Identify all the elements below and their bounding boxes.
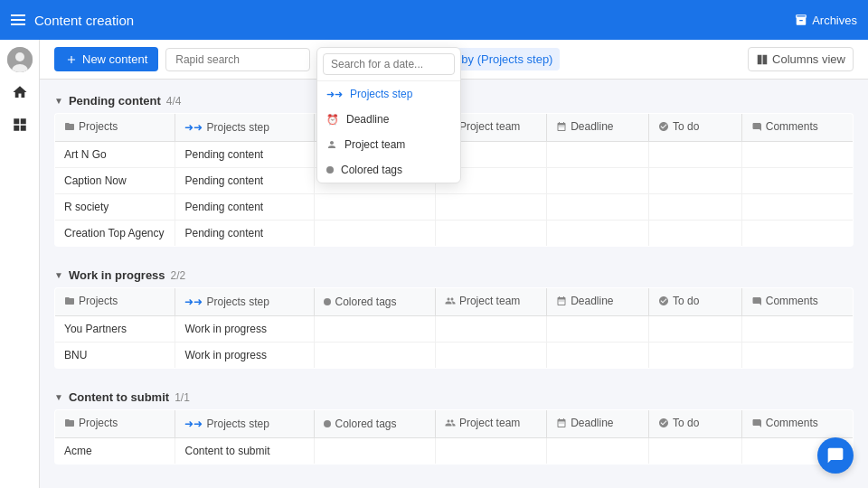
table-row: R society Pending content [55,194,854,221]
cell-project: Art N Go [55,142,175,168]
sidebar-grid-icon[interactable] [7,112,33,137]
cell-todo [649,168,742,194]
th-projects-2: Projects [55,288,175,316]
cell-deadline [547,438,649,465]
cell-project: Acme [55,438,175,465]
avatar[interactable] [7,47,33,72]
sidebar-home-icon[interactable] [7,80,33,105]
archives-button[interactable]: Archives [795,14,857,27]
cell-comments [741,316,853,343]
cell-todo [649,194,742,221]
th-step-3: ➜➜ Projects step [175,410,315,438]
th-tags-2: Colored tags [315,288,435,316]
dropdown-item-colored-tags[interactable]: Colored tags [317,157,460,183]
dropdown-item-projects-step[interactable]: ➜➜ Projects step [317,81,460,107]
th-todo-1: To do [649,114,742,142]
group-by-dropdown: ➜➜ Projects step ⏰ Deadline Project team… [316,47,461,183]
chevron-down-icon: ▼ [54,270,63,280]
svg-point-1 [15,52,24,61]
th-projects-1: Projects [55,114,175,142]
cell-deadline [547,343,649,369]
cell-project: R society [55,194,175,221]
cell-step: Pending content [175,168,315,194]
cell-team [435,194,546,221]
sidebar [0,40,40,488]
th-team-2: Project team [435,288,546,316]
cell-todo [649,438,742,465]
cell-deadline [547,221,649,247]
cell-deadline [547,168,649,194]
cell-team [435,438,546,465]
cell-project: Caption Now [55,168,175,194]
th-projects-3: Projects [55,410,175,438]
cell-tags [315,438,435,465]
cell-tags [315,343,435,369]
table-submit: Projects ➜➜ Projects step Colored tags P… [54,409,854,465]
cell-comments [741,168,853,194]
cell-deadline [547,316,649,343]
cell-step: Work in progress [175,343,315,369]
cell-tags [315,316,435,343]
table-row: You Partners Work in progress [55,316,854,343]
cell-step: Content to submit [175,438,315,465]
cell-comments [741,194,853,221]
section-count-pending: 4/4 [166,95,182,108]
cell-team [435,316,546,343]
cell-project: BNU [55,343,175,369]
section-header-submit[interactable]: ▼ Content to submit 1/1 [54,383,854,409]
hamburger-menu[interactable] [11,14,25,25]
cell-team [435,221,546,247]
th-comments-2: Comments [741,288,853,316]
table-row: BNU Work in progress [55,343,854,369]
th-step-2: ➜➜ Projects step [175,288,315,316]
th-tags-3: Colored tags [315,410,435,438]
section-title-submit: Content to submit [69,390,169,404]
cell-tags [315,194,435,221]
section-pending-validation: ▼ Pending validation 1/1 Projects ➜➜ Pro… [54,479,854,488]
cell-todo [649,221,742,247]
columns-view-button[interactable]: Columns view [748,47,854,71]
cell-project: Creation Top Agency [55,221,175,247]
chevron-down-icon: ▼ [54,392,63,402]
th-todo-3: To do [649,410,742,438]
section-header-wip[interactable]: ▼ Work in progress 2/2 [54,261,854,287]
dropdown-item-project-team[interactable]: Project team [317,132,460,157]
cell-tags [315,221,435,247]
archives-label: Archives [812,14,857,27]
th-team-3: Project team [435,410,546,438]
section-title-pending: Pending content [69,94,161,108]
new-content-button[interactable]: New content [54,47,158,71]
section-work-in-progress: ▼ Work in progress 2/2 Projects ➜➜ Proje… [54,261,854,369]
dropdown-item-deadline[interactable]: ⏰ Deadline [317,107,460,132]
cell-project: You Partners [55,316,175,343]
top-nav: Content creation Archives [0,0,868,40]
cell-step: Pending content [175,194,315,221]
th-todo-2: To do [649,288,742,316]
section-title-wip: Work in progress [69,268,165,282]
cell-step: Work in progress [175,316,315,343]
th-comments-1: Comments [741,114,853,142]
search-input[interactable] [165,48,310,71]
cell-step: Pending content [175,142,315,168]
cell-todo [649,316,742,343]
th-deadline-1: Deadline [547,114,649,142]
section-count-wip: 2/2 [171,269,186,282]
section-content-to-submit: ▼ Content to submit 1/1 Projects ➜➜ Proj… [54,383,854,465]
cell-comments [741,221,853,247]
table-row: Acme Content to submit [55,438,854,465]
table-wip: Projects ➜➜ Projects step Colored tags P… [54,287,854,369]
cell-deadline [547,142,649,168]
cell-deadline [547,194,649,221]
th-step-1: ➜➜ Projects step [175,114,315,142]
chat-button[interactable] [817,437,854,474]
chevron-down-icon: ▼ [54,96,63,106]
dropdown-search-area [317,48,460,81]
section-header-validation[interactable]: ▼ Pending validation 1/1 [54,479,854,488]
cell-todo [649,142,742,168]
table-row: Creation Top Agency Pending content [55,221,854,247]
th-deadline-3: Deadline [547,410,649,438]
th-deadline-2: Deadline [547,288,649,316]
cell-team [435,343,546,369]
section-count-submit: 1/1 [175,391,190,404]
dropdown-search-input[interactable] [323,53,455,75]
